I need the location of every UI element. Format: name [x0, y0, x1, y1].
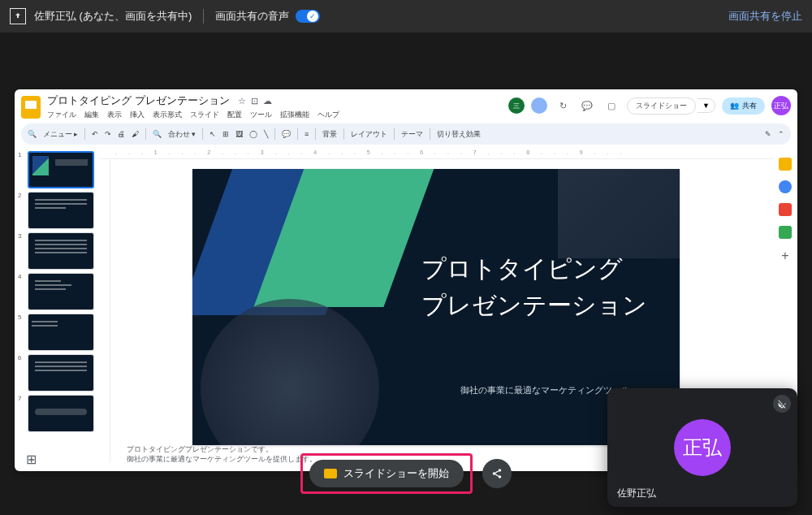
align-icon[interactable]: ≡	[304, 130, 309, 138]
highlight-annotation: スライドショーを開始	[300, 453, 473, 494]
speaker-notes[interactable]: プロトタイピングプレゼンテーションです。 御社の事業に最適なマーケティングツール…	[127, 444, 317, 465]
svg-point-2	[499, 475, 502, 478]
tasks-icon[interactable]	[779, 180, 792, 193]
divider	[203, 9, 204, 24]
expand-icon[interactable]: ⌃	[778, 130, 784, 138]
transition-button[interactable]: 切り替え効果	[437, 129, 481, 140]
contacts-icon[interactable]	[779, 203, 792, 216]
move-icon[interactable]: ⊡	[251, 96, 258, 106]
slide-thumbnail-5[interactable]	[28, 314, 94, 351]
participant-avatar: 正弘	[674, 419, 731, 476]
redo-icon[interactable]: ↷	[105, 130, 111, 138]
ruler-horizontal	[99, 148, 773, 159]
participant-video-tile[interactable]: 正弘 佐野正弘	[607, 388, 797, 507]
menu-slide[interactable]: スライド	[190, 110, 219, 120]
slideshow-button[interactable]: スライドショー	[627, 97, 696, 115]
add-addon-icon[interactable]: +	[781, 249, 788, 263]
slide-thumbnail-7[interactable]	[28, 395, 94, 432]
lock-icon: 👥	[730, 102, 739, 110]
svg-point-1	[493, 472, 496, 475]
pen-icon[interactable]: ✎	[765, 130, 771, 138]
slide-thumbnail-2[interactable]	[28, 192, 94, 229]
participant-name: 佐野正弘	[617, 487, 656, 500]
stop-sharing-button[interactable]: 画面共有を停止	[728, 9, 802, 24]
thumbnail-panel: 1 2 3 4 5 6 7	[15, 148, 99, 463]
menu-bar: ファイル 編集 表示 挿入 表示形式 スライド 配置 ツール 拡張機能 ヘルプ	[47, 110, 508, 120]
maps-icon[interactable]	[779, 226, 792, 239]
star-icon[interactable]: ☆	[238, 96, 246, 106]
slide-thumbnail-3[interactable]	[28, 232, 94, 270]
thumb-number: 6	[18, 354, 24, 392]
share-button[interactable]: 👥 共有	[722, 97, 765, 115]
background-button[interactable]: 背景	[322, 129, 337, 140]
thumb-number: 4	[18, 273, 24, 310]
slide-thumbnail-4[interactable]	[28, 273, 94, 310]
thumb-number: 5	[18, 314, 24, 351]
collaborator-avatar[interactable]: 三	[508, 97, 525, 114]
cloud-icon[interactable]: ☁	[263, 96, 272, 106]
decoration	[558, 169, 680, 258]
slide-title: プロトタイピング プレゼンテーション	[421, 250, 647, 323]
slide-canvas[interactable]: プロトタイピング プレゼンテーション 御社の事業に最適なマーケティングツール。	[192, 169, 680, 445]
audio-toggle[interactable]: ✓	[296, 10, 320, 23]
shape-icon[interactable]: ◯	[249, 130, 257, 138]
textbox-icon[interactable]: ⊞	[222, 130, 229, 138]
toolbar: 🔍 メニュー ▸ ↶ ↷ 🖨 🖌 🔍 合わせ ▾ ↖ ⊞ 🖼 ◯ ╲ 💬 ≡ 背…	[21, 123, 791, 145]
menu-format[interactable]: 表示形式	[153, 110, 182, 120]
slide-thumbnail-1[interactable]	[28, 151, 94, 188]
thumb-number: 1	[18, 151, 24, 188]
grid-view-icon[interactable]: ⊞	[26, 452, 37, 463]
mute-icon[interactable]	[773, 395, 791, 413]
zoom-fit[interactable]: 合わせ ▾	[168, 129, 196, 140]
circuit-decoration	[201, 299, 379, 445]
menu-view[interactable]: 表示	[107, 110, 122, 120]
menu-edit[interactable]: 編集	[84, 110, 99, 120]
slides-icon	[324, 469, 337, 478]
paint-icon[interactable]: 🖌	[132, 130, 139, 138]
slides-logo-icon[interactable]	[21, 96, 41, 119]
thumb-number: 7	[18, 395, 24, 432]
document-title[interactable]: プロトタイピング プレゼンテーション	[47, 93, 230, 108]
undo-icon[interactable]: ↶	[92, 130, 98, 138]
menu-arrange[interactable]: 配置	[227, 110, 242, 120]
slide-thumbnail-6[interactable]	[28, 354, 94, 392]
zoom-icon[interactable]: 🔍	[153, 130, 162, 138]
menu-extensions[interactable]: 拡張機能	[280, 110, 309, 120]
svg-point-0	[499, 469, 502, 472]
menu-help[interactable]: ヘルプ	[317, 110, 339, 120]
menu-file[interactable]: ファイル	[47, 110, 76, 120]
keep-icon[interactable]	[779, 158, 792, 171]
screen-share-bar: 佐野正弘 (あなた、画面を共有中) 画面共有の音声 ✓ 画面共有を停止	[0, 0, 812, 32]
menu-toggle[interactable]: メニュー ▸	[43, 129, 78, 140]
history-icon[interactable]: ↻	[554, 97, 572, 115]
image-icon[interactable]: 🖼	[235, 130, 243, 138]
thumb-number: 3	[18, 232, 24, 270]
meet-icon[interactable]: ▢	[603, 97, 620, 115]
line-icon[interactable]: ╲	[264, 130, 268, 138]
toggle-check-icon: ✓	[307, 11, 318, 22]
cursor-icon[interactable]: ↖	[209, 130, 216, 138]
share-options-button[interactable]	[482, 459, 512, 488]
start-slideshow-button[interactable]: スライドショーを開始	[309, 460, 464, 487]
menu-insert[interactable]: 挿入	[130, 110, 145, 120]
profile-avatar[interactable]: 正弘	[771, 96, 791, 115]
comment-icon[interactable]: 💬	[578, 97, 596, 115]
menu-tools[interactable]: ツール	[250, 110, 272, 120]
slideshow-dropdown[interactable]: ▼	[698, 98, 715, 113]
ruler-vertical	[99, 159, 110, 463]
share-user-status: 佐野正弘 (あなた、画面を共有中)	[34, 9, 192, 24]
share-screen-icon	[10, 8, 26, 24]
thumb-number: 2	[18, 192, 24, 229]
bottom-action-bar: スライドショーを開始	[300, 453, 512, 494]
collaborator-avatar-2[interactable]	[531, 97, 547, 114]
comment-add-icon[interactable]: 💬	[282, 130, 291, 138]
print-icon[interactable]: 🖨	[118, 130, 125, 138]
app-header: プロトタイピング プレゼンテーション ☆ ⊡ ☁ ファイル 編集 表示 挿入 表…	[15, 89, 797, 120]
audio-share-label: 画面共有の音声	[215, 9, 289, 24]
layout-button[interactable]: レイアウト	[351, 129, 387, 140]
theme-button[interactable]: テーマ	[401, 129, 423, 140]
search-icon[interactable]: 🔍	[28, 130, 37, 138]
